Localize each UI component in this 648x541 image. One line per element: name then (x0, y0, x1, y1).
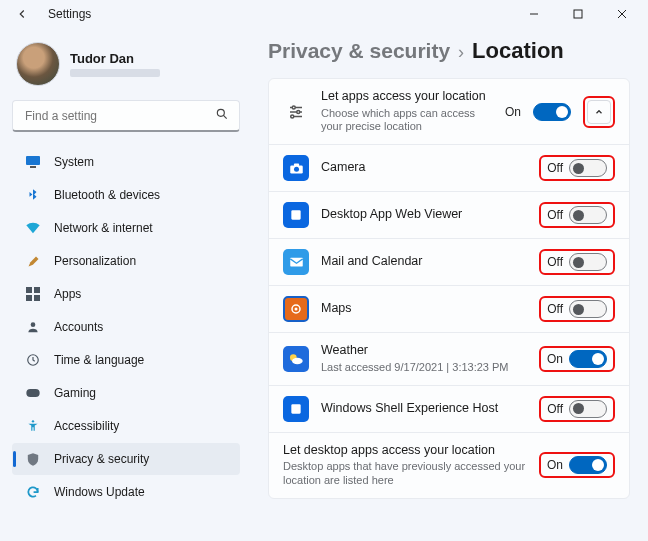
gaming-icon (24, 384, 42, 402)
svg-rect-25 (291, 210, 300, 219)
search-box[interactable] (12, 100, 240, 132)
svg-rect-6 (26, 156, 40, 165)
user-email-redacted (70, 69, 160, 77)
desktop-web-viewer-toggle[interactable] (569, 206, 607, 224)
app-row-mail-calendar: Mail and Calendar Off (269, 238, 629, 285)
nav-list: System Bluetooth & devices Network & int… (12, 146, 240, 508)
accessibility-icon (24, 417, 42, 435)
section-subtitle: Desktop apps that have previously access… (283, 460, 527, 488)
app-label: Weather (321, 343, 527, 359)
nav-privacy-security[interactable]: Privacy & security (12, 443, 240, 475)
nav-personalization[interactable]: Personalization (12, 245, 240, 277)
nav-apps[interactable]: Apps (12, 278, 240, 310)
svg-point-19 (297, 110, 300, 113)
nav-label: Personalization (54, 254, 136, 268)
toggle-state: Off (547, 255, 563, 269)
clock-icon (24, 351, 42, 369)
user-profile[interactable]: Tudor Dan (16, 42, 240, 86)
section-title: Let apps access your location (321, 89, 493, 105)
maps-icon (283, 296, 309, 322)
mail-calendar-toggle[interactable] (569, 253, 607, 271)
app-label: Maps (321, 301, 527, 317)
toggle-state: On (505, 105, 521, 119)
app-label: Windows Shell Experience Host (321, 401, 527, 417)
svg-rect-24 (294, 163, 299, 166)
nav-label: Apps (54, 287, 81, 301)
maps-toggle[interactable] (569, 300, 607, 318)
nav-network[interactable]: Network & internet (12, 212, 240, 244)
update-icon (24, 483, 42, 501)
svg-rect-31 (291, 404, 300, 413)
svg-rect-9 (34, 287, 40, 293)
nav-windows-update[interactable]: Windows Update (12, 476, 240, 508)
svg-point-4 (217, 109, 224, 116)
location-apps-card: Let apps access your location Choose whi… (268, 78, 630, 499)
svg-point-15 (32, 420, 34, 422)
weather-toggle[interactable] (569, 350, 607, 368)
section-subtitle: Choose which apps can access your precis… (321, 107, 493, 135)
wifi-icon (24, 219, 42, 237)
apps-access-toggle[interactable] (533, 103, 571, 121)
shield-icon (24, 450, 42, 468)
svg-rect-1 (574, 10, 582, 18)
let-desktop-apps-access-location[interactable]: Let desktop apps access your location De… (269, 432, 629, 498)
breadcrumb: Privacy & security › Location (268, 38, 630, 64)
page-title: Location (472, 38, 564, 64)
section-title: Let desktop apps access your location (283, 443, 527, 459)
nav-label: Time & language (54, 353, 144, 367)
desktop-apps-access-toggle[interactable] (569, 456, 607, 474)
breadcrumb-parent[interactable]: Privacy & security (268, 39, 450, 63)
app-label: Mail and Calendar (321, 254, 527, 270)
svg-rect-10 (26, 295, 32, 301)
nav-label: Accessibility (54, 419, 119, 433)
nav-bluetooth[interactable]: Bluetooth & devices (12, 179, 240, 211)
minimize-button[interactable] (512, 0, 556, 28)
nav-label: System (54, 155, 94, 169)
app-icon (283, 396, 309, 422)
nav-gaming[interactable]: Gaming (12, 377, 240, 409)
nav-accounts[interactable]: Accounts (12, 311, 240, 343)
nav-accessibility[interactable]: Accessibility (12, 410, 240, 442)
toggle-state: On (547, 458, 563, 472)
maximize-button[interactable] (556, 0, 600, 28)
svg-point-28 (295, 308, 298, 311)
chevron-right-icon: › (458, 42, 464, 63)
system-icon (24, 153, 42, 171)
person-icon (24, 318, 42, 336)
toggle-state: Off (547, 208, 563, 222)
weather-icon (283, 346, 309, 372)
app-label: Camera (321, 160, 527, 176)
collapse-button[interactable] (587, 100, 611, 124)
toggle-state: Off (547, 302, 563, 316)
nav-label: Gaming (54, 386, 96, 400)
bluetooth-icon (24, 186, 42, 204)
nav-label: Windows Update (54, 485, 145, 499)
svg-rect-7 (30, 166, 36, 168)
nav-label: Network & internet (54, 221, 153, 235)
nav-system[interactable]: System (12, 146, 240, 178)
back-button[interactable] (10, 2, 34, 26)
app-row-shell-host: Windows Shell Experience Host Off (269, 385, 629, 432)
app-row-weather: Weather Last accessed 9/17/2021 | 3:13:2… (269, 332, 629, 384)
nav-label: Bluetooth & devices (54, 188, 160, 202)
app-label: Desktop App Web Viewer (321, 207, 527, 223)
shell-host-toggle[interactable] (569, 400, 607, 418)
nav-time-language[interactable]: Time & language (12, 344, 240, 376)
search-input[interactable] (23, 108, 215, 124)
svg-rect-26 (290, 258, 303, 267)
camera-toggle[interactable] (569, 159, 607, 177)
sliders-icon (283, 99, 309, 125)
let-apps-access-location-header[interactable]: Let apps access your location Choose whi… (269, 79, 629, 144)
svg-line-5 (223, 115, 226, 118)
brush-icon (24, 252, 42, 270)
svg-point-23 (294, 166, 299, 171)
close-button[interactable] (600, 0, 644, 28)
nav-label: Accounts (54, 320, 103, 334)
user-name: Tudor Dan (70, 51, 160, 66)
svg-point-21 (291, 115, 294, 118)
svg-rect-8 (26, 287, 32, 293)
app-row-camera: Camera Off (269, 144, 629, 191)
app-row-maps: Maps Off (269, 285, 629, 332)
nav-label: Privacy & security (54, 452, 149, 466)
svg-point-12 (31, 322, 36, 327)
